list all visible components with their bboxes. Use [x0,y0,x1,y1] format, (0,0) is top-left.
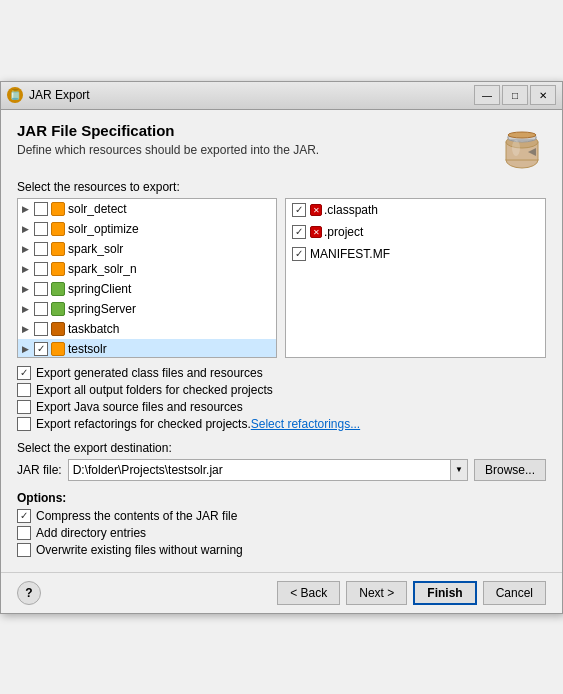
main-content: JAR File Specification Define which reso… [1,110,562,572]
jar-export-window: 🫙 JAR Export — □ ✕ JAR File Specificatio… [0,81,563,614]
option-label-compress[interactable]: Compress the contents of the JAR file [36,509,237,523]
option-label-export-source[interactable]: Export Java source files and resources [36,400,243,414]
tree-item-testsolr[interactable]: ▶ testsolr [18,339,276,357]
project-icon-testsolr [51,342,65,356]
project-icon-spark-solr-n [51,262,65,276]
x-icon-classpath: ✕ [310,204,322,216]
header-section: JAR File Specification Define which reso… [17,122,546,170]
tree-check-spring-server[interactable] [34,302,48,316]
file-item-classpath[interactable]: ✕ .classpath [286,199,545,221]
tree-check-spark-solr-n[interactable] [34,262,48,276]
resources-label: Select the resources to export: [17,180,546,194]
tree-item-taskbatch[interactable]: ▶ taskbatch [18,319,276,339]
tree-label-spring-client: springClient [68,282,131,296]
minimize-button[interactable]: — [474,85,500,105]
footer-right: < Back Next > Finish Cancel [277,581,546,605]
header-title: JAR File Specification [17,122,488,139]
tree-check-spring-client[interactable] [34,282,48,296]
tree-item-spark-solr[interactable]: ▶ spark_solr [18,239,276,259]
files-panel: ✕ .classpath ✕ .project MANIFEST.MF [285,198,546,358]
project-icon-taskbatch [51,322,65,336]
tree-item-spark-solr-n[interactable]: ▶ spark_solr_n [18,259,276,279]
file-check-classpath[interactable] [292,203,306,217]
tree-label-solr-detect: solr_detect [68,202,127,216]
footer-left: ? [17,581,41,605]
option-label-overwrite[interactable]: Overwrite existing files without warning [36,543,243,557]
option-row-export-refactor: Export refactorings for checked projects… [17,417,546,431]
option-check-export-source[interactable] [17,400,31,414]
tree-item-solr-optimize[interactable]: ▶ solr_optimize [18,219,276,239]
option-label-export-class[interactable]: Export generated class files and resourc… [36,366,263,380]
option-check-add-dir[interactable] [17,526,31,540]
tree-check-taskbatch[interactable] [34,322,48,336]
option-check-export-class[interactable] [17,366,31,380]
jar-file-label: JAR file: [17,463,62,477]
jar-path-dropdown-arrow[interactable]: ▼ [450,459,468,481]
file-item-manifest[interactable]: MANIFEST.MF [286,243,545,265]
jar-options-section: Options: Compress the contents of the JA… [17,491,546,557]
file-label-project: .project [324,225,363,239]
tree-label-spark-solr-n: spark_solr_n [68,262,137,276]
title-bar: 🫙 JAR Export — □ ✕ [1,82,562,110]
file-check-project[interactable] [292,225,306,239]
option-check-compress[interactable] [17,509,31,523]
option-row-add-dir: Add directory entries [17,526,546,540]
project-icon-spring-client [51,282,65,296]
tree-label-solr-optimize: solr_optimize [68,222,139,236]
tree-item-spring-client[interactable]: ▶ springClient [18,279,276,299]
browse-button[interactable]: Browse... [474,459,546,481]
window-title: JAR Export [29,88,474,102]
tree-check-solr-optimize[interactable] [34,222,48,236]
maximize-button[interactable]: □ [502,85,528,105]
tree-item-solr-detect[interactable]: ▶ solr_detect [18,199,276,219]
option-label-add-dir[interactable]: Add directory entries [36,526,146,540]
option-check-export-refactor[interactable] [17,417,31,431]
project-icon-spark-solr [51,242,65,256]
tree-check-testsolr[interactable] [34,342,48,356]
file-item-project[interactable]: ✕ .project [286,221,545,243]
tree-check-solr-detect[interactable] [34,202,48,216]
select-refactorings-link[interactable]: Select refactorings... [251,417,360,431]
tree-panel: ▶ solr_detect ▶ solr_optimize ▶ [17,198,277,358]
file-label-manifest: MANIFEST.MF [310,247,390,261]
option-label-export-output[interactable]: Export all output folders for checked pr… [36,383,273,397]
footer: ? < Back Next > Finish Cancel [1,572,562,613]
jar-file-row: JAR file: ▼ Browse... [17,459,546,481]
tree-check-spark-solr[interactable] [34,242,48,256]
svg-point-6 [508,132,536,138]
tree-arrow: ▶ [22,244,34,254]
tree-arrow: ▶ [22,324,34,334]
option-check-overwrite[interactable] [17,543,31,557]
option-row-export-output: Export all output folders for checked pr… [17,383,546,397]
next-button[interactable]: Next > [346,581,407,605]
header-description: Define which resources should be exporte… [17,143,488,157]
jar-path-input[interactable] [68,459,450,481]
cancel-button[interactable]: Cancel [483,581,546,605]
tree-arrow: ▶ [22,204,34,214]
window-controls: — □ ✕ [474,85,556,105]
header-text: JAR File Specification Define which reso… [17,122,488,157]
file-check-manifest[interactable] [292,247,306,261]
finish-button[interactable]: Finish [413,581,476,605]
project-icon-solr-optimize [51,222,65,236]
file-label-classpath: .classpath [324,203,378,217]
back-button[interactable]: < Back [277,581,340,605]
project-icon-spring-server [51,302,65,316]
option-check-export-output[interactable] [17,383,31,397]
tree-scroll[interactable]: ▶ solr_detect ▶ solr_optimize ▶ [18,199,276,357]
tree-label-spark-solr: spark_solr [68,242,123,256]
tree-arrow: ▶ [22,304,34,314]
tree-item-spring-server[interactable]: ▶ springServer [18,299,276,319]
option-label-export-refactor[interactable]: Export refactorings for checked projects… [36,417,251,431]
close-button[interactable]: ✕ [530,85,556,105]
destination-section: Select the export destination: JAR file:… [17,441,546,481]
option-row-compress: Compress the contents of the JAR file [17,509,546,523]
resources-row: ▶ solr_detect ▶ solr_optimize ▶ [17,198,546,358]
project-icon-solr-detect [51,202,65,216]
svg-point-5 [512,140,520,156]
destination-label: Select the export destination: [17,441,546,455]
tree-arrow: ▶ [22,264,34,274]
help-button[interactable]: ? [17,581,41,605]
tree-label-spring-server: springServer [68,302,136,316]
jar-path-combo[interactable]: ▼ [68,459,468,481]
